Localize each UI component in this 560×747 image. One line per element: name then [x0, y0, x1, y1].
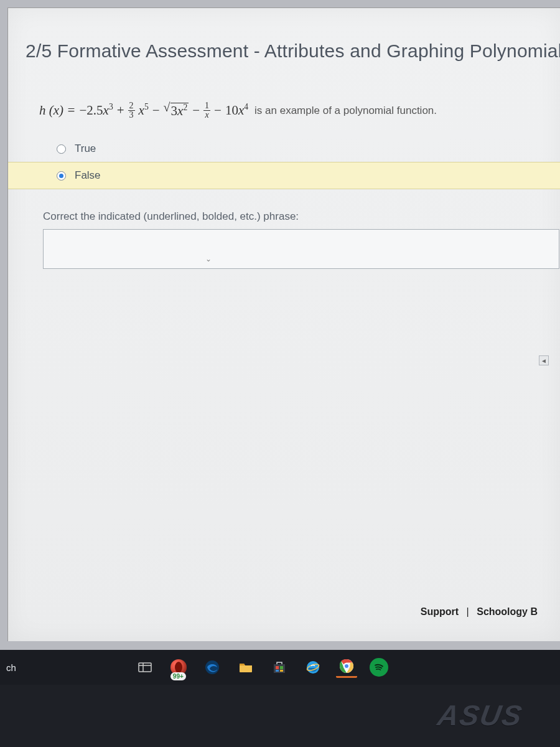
internet-explorer-icon[interactable]	[302, 657, 324, 678]
page-title: 2/5 Formative Assessment - Attributes an…	[8, 8, 560, 62]
chrome-icon[interactable]	[336, 657, 357, 678]
store-icon[interactable]	[269, 657, 290, 678]
edge-legacy-icon[interactable]	[202, 657, 223, 678]
content-area: 2/5 Formative Assessment - Attributes an…	[7, 7, 560, 641]
opera-icon[interactable]: 99+	[168, 657, 189, 678]
eq-func: h	[39, 103, 46, 118]
brand-logo: ASUS	[435, 698, 525, 732]
svg-rect-4	[274, 664, 285, 673]
footer-links: Support | Schoology B	[421, 606, 538, 618]
monitor-bezel: ASUS	[0, 685, 560, 747]
eq-arg: x	[54, 103, 59, 118]
file-explorer-icon[interactable]	[235, 657, 256, 678]
spotify-icon[interactable]	[370, 658, 388, 677]
svg-rect-5	[276, 666, 279, 669]
text-caret-icon: ⌄	[205, 255, 212, 263]
equation: h (x) = −2.5x3 + 2 3 x5 − √ 3x2 − 1 x −	[8, 101, 560, 120]
opera-notification-badge: 99+	[170, 672, 186, 680]
svg-rect-6	[280, 666, 283, 669]
question-block: h (x) = −2.5x3 + 2 3 x5 − √ 3x2 − 1 x −	[8, 101, 560, 269]
option-true[interactable]: True	[8, 136, 560, 162]
option-false-label: False	[75, 169, 101, 182]
windows-taskbar[interactable]: ch 99+	[0, 650, 560, 685]
svg-rect-8	[280, 670, 283, 672]
eq-term4-fraction: 1 x	[203, 101, 210, 120]
option-true-label: True	[75, 143, 96, 155]
option-false[interactable]: False	[8, 162, 560, 189]
correction-prompt: Correct the indicated (underlined, bolde…	[43, 210, 560, 223]
radio-true[interactable]	[57, 144, 66, 154]
eq-term1: −2.5x3	[80, 103, 113, 118]
correction-input[interactable]: ⌄	[43, 229, 559, 269]
schoology-link[interactable]: Schoology B	[477, 606, 538, 617]
eq-term3-sqrt: √ 3x2	[164, 102, 189, 119]
scroll-arrow-icon[interactable]: ◄	[539, 355, 549, 365]
eq-term2-var: x5	[139, 103, 149, 118]
radio-false[interactable]	[57, 171, 66, 181]
eq-term2-fraction: 2 3	[128, 101, 135, 120]
svg-rect-7	[276, 670, 279, 672]
svg-point-13	[344, 664, 349, 669]
eq-tail: is an example of a polynomial function.	[254, 105, 437, 117]
answer-options: True False	[8, 136, 560, 189]
svg-rect-0	[139, 663, 151, 672]
task-view-icon[interactable]	[134, 657, 156, 678]
search-truncated[interactable]: ch	[6, 662, 122, 673]
eq-term5: 10x4	[225, 103, 248, 118]
support-link[interactable]: Support	[421, 606, 459, 617]
